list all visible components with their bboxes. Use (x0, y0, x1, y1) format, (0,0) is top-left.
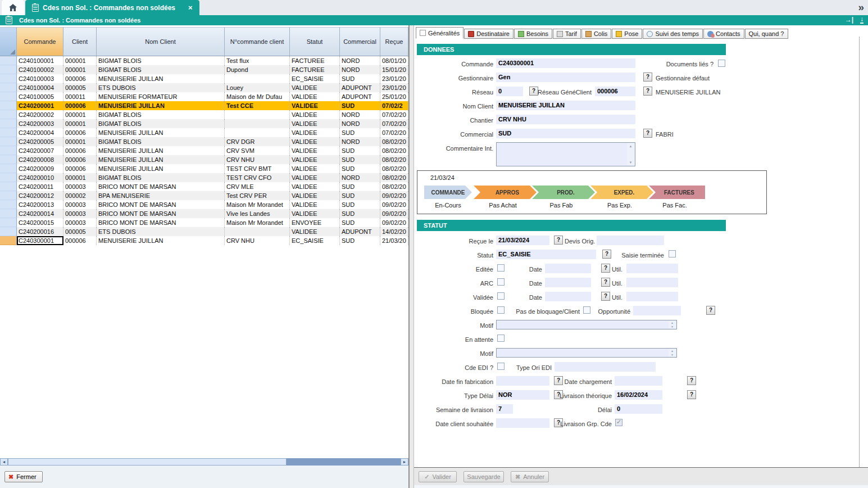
cell[interactable]: 07/02/2 (380, 101, 408, 110)
cell[interactable]: 000001 (63, 173, 97, 182)
table-row[interactable]: C240200008000006MENUISERIE JUILLANCRV NH… (0, 155, 408, 164)
table-row[interactable]: C240100003000006MENUISERIE JUILLANEC_SAI… (0, 74, 408, 83)
fermer-button[interactable]: ✖ Fermer (4, 471, 43, 482)
cell[interactable]: C240200015 (17, 218, 63, 227)
cell[interactable]: ETS DUBOIS (97, 227, 225, 236)
cell[interactable]: 000005 (63, 83, 97, 92)
sauvegarde-button[interactable]: Sauvegarde (463, 471, 504, 482)
cell[interactable] (225, 227, 290, 236)
gestionnaire-field[interactable]: Gen (496, 73, 635, 82)
cell[interactable]: ENVOYEE (290, 218, 340, 227)
cell[interactable]: C240200013 (17, 200, 63, 209)
cell[interactable]: ADUPONT (340, 92, 380, 101)
motif-textarea[interactable]: ▲ ▼ (496, 320, 677, 329)
help-button[interactable]: ? (687, 390, 696, 399)
cell[interactable]: VALIDEE (290, 227, 340, 236)
cell[interactable]: C240200011 (17, 182, 63, 191)
cell[interactable]: BIGMAT BLOIS (97, 110, 225, 119)
cell[interactable]: CRV NHU (225, 155, 290, 164)
arc-date-field[interactable] (545, 278, 591, 287)
table-row[interactable]: C240300001000006MENUISERIE JUILLANCRV NH… (0, 236, 408, 245)
reseau-geneclient-field[interactable]: 000006 (595, 87, 635, 96)
cell[interactable]: Dupond (225, 65, 290, 74)
cell[interactable]: MENUISERIE JUILLAN (97, 164, 225, 173)
scroll-rail[interactable]: ▲ ▼ (627, 143, 634, 165)
cell[interactable]: C240200001 (17, 101, 63, 110)
column-header-ncommande-client[interactable]: N°commande client (225, 27, 290, 56)
cell[interactable]: 23/01/20 (380, 83, 408, 92)
table-row[interactable]: C240200012000002BPA MENUISERIETest CRV P… (0, 191, 408, 200)
horizontal-scrollbar[interactable]: ◄ ► (0, 458, 408, 466)
row-selector[interactable] (0, 155, 17, 164)
validee-date-field[interactable] (545, 292, 591, 301)
cell[interactable]: BIGMAT BLOIS (97, 173, 225, 182)
cell[interactable]: C240300001 (17, 236, 63, 245)
row-selector[interactable] (0, 227, 17, 236)
cell[interactable]: TEST CRV CFO (225, 173, 290, 182)
cell[interactable]: 09/02/20 (380, 209, 408, 218)
row-selector[interactable] (0, 137, 17, 146)
cell[interactable]: C240100003 (17, 74, 63, 83)
table-row[interactable]: C240200016000005ETS DUBOISVALIDEEADUPONT… (0, 227, 408, 236)
table-row[interactable]: C240100001000001BIGMAT BLOISTest fluxFAC… (0, 56, 408, 65)
table-row[interactable]: C240200009000006MENUISERIE JUILLANTEST C… (0, 164, 408, 173)
cell[interactable]: FACTUREE (290, 56, 340, 65)
column-header-recue[interactable]: Reçue (380, 27, 408, 56)
nom-client-field[interactable]: MENUISERIE JUILLAN (496, 101, 635, 110)
cell[interactable] (225, 74, 290, 83)
spin-down-icon[interactable]: ▼ (671, 325, 674, 328)
spinner[interactable]: ▲ ▼ (669, 349, 676, 356)
row-selector[interactable] (0, 218, 17, 227)
cell[interactable]: SUD (340, 209, 380, 218)
row-selector[interactable] (0, 182, 17, 191)
row-selector[interactable] (0, 236, 17, 245)
cell[interactable]: BIGMAT BLOIS (97, 65, 225, 74)
cell[interactable]: BIGMAT BLOIS (97, 56, 225, 65)
column-header-nom-client[interactable]: Nom Client (97, 27, 225, 56)
tab-generalites[interactable]: Généralités (416, 27, 463, 39)
cell[interactable]: 000001 (63, 110, 97, 119)
cell[interactable] (225, 128, 290, 137)
home-tab[interactable] (2, 0, 24, 15)
cell[interactable]: CRV SVM (225, 146, 290, 155)
cell[interactable]: 23/01/20 (380, 74, 408, 83)
table-row[interactable]: C240200002000001BIGMAT BLOISVALIDEENORD0… (0, 110, 408, 119)
column-header-client[interactable]: Client (63, 27, 97, 56)
table-row[interactable]: C240200015000003BRICO MONT DE MARSANMais… (0, 218, 408, 227)
cell[interactable]: 08/02/20 (380, 164, 408, 173)
livraison-theorique-field[interactable]: 16/02/2024 (615, 390, 662, 400)
cell[interactable]: C240200009 (17, 164, 63, 173)
spin-down-icon[interactable]: ▼ (671, 353, 674, 356)
cell[interactable]: Maison de Mr Dufau (225, 92, 290, 101)
cell[interactable]: C240100001 (17, 56, 63, 65)
cell[interactable]: C240200007 (17, 146, 63, 155)
cell[interactable]: Test CRV PER (225, 191, 290, 200)
cell[interactable]: EC_SAISIE (290, 74, 340, 83)
cell[interactable]: 08/02/20 (380, 137, 408, 146)
cell[interactable]: 08/02/20 (380, 146, 408, 155)
recue-le-field[interactable]: 21/03/2024 (496, 236, 549, 245)
semaine-livraison-field[interactable]: 7 (496, 404, 513, 414)
cell[interactable]: NORD (340, 56, 380, 65)
scroll-down-icon[interactable]: ▼ (629, 161, 633, 164)
cell[interactable]: Test CCE (225, 101, 290, 110)
download-icon[interactable]: ↓ (860, 16, 864, 24)
cell[interactable]: SUD (340, 164, 380, 173)
cell[interactable]: BRICO MONT DE MARSAN (97, 218, 225, 227)
editee-date-field[interactable] (545, 264, 591, 273)
cell[interactable]: FACTUREE (290, 65, 340, 74)
cell[interactable]: BRICO MONT DE MARSAN (97, 209, 225, 218)
cell[interactable]: C240100004 (17, 83, 63, 92)
cell[interactable]: 000003 (63, 182, 97, 191)
cell[interactable]: BRICO MONT DE MARSAN (97, 200, 225, 209)
close-tab-icon[interactable]: × (188, 3, 193, 12)
cell[interactable]: C240200010 (17, 173, 63, 182)
cell[interactable]: C240200002 (17, 110, 63, 119)
cell[interactable]: 000003 (63, 200, 97, 209)
cell[interactable]: C240200012 (17, 191, 63, 200)
type-ori-edi-field[interactable] (555, 362, 656, 372)
cell[interactable]: VALIDEE (290, 173, 340, 182)
spinner[interactable]: ▲ ▼ (669, 321, 676, 328)
cell[interactable]: 000001 (63, 65, 97, 74)
type-delai-field[interactable]: NOR (496, 390, 549, 400)
